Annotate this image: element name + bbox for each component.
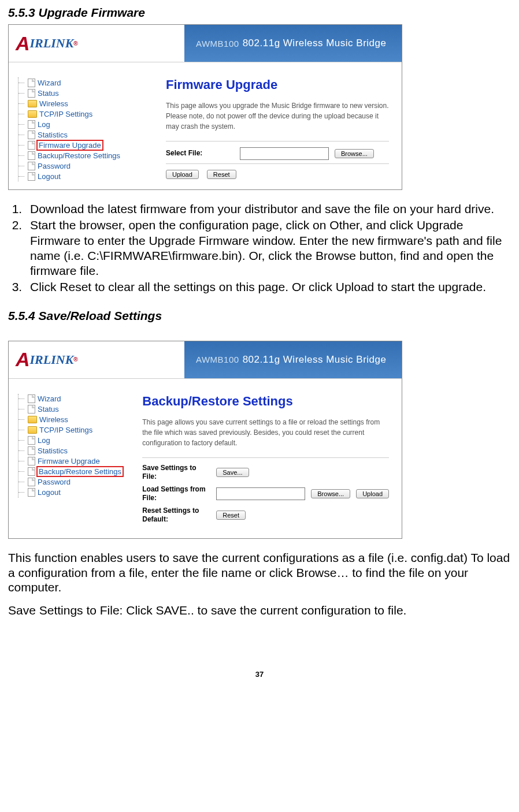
nav-item-label: Firmware Upgrade xyxy=(36,140,103,151)
banner-model: AWMB100 xyxy=(196,39,239,49)
nav-item-firmware-upgrade[interactable]: Firmware Upgrade xyxy=(18,140,153,150)
file-icon xyxy=(28,151,35,160)
file-icon xyxy=(28,172,35,181)
load-settings-label: Load Settings from File: xyxy=(142,485,210,503)
nav-item-wireless[interactable]: Wireless xyxy=(18,415,129,425)
nav-item-label: Logout xyxy=(38,488,61,497)
logo-text: IRLINK xyxy=(30,352,74,367)
screenshot-header: A IRLINK ® AWMB100 802.11g Wireless Musi… xyxy=(9,25,402,62)
screenshot-backup-restore: A IRLINK ® AWMB100 802.11g Wireless Musi… xyxy=(8,341,402,539)
nav-item-label: Wireless xyxy=(39,415,68,424)
browse-button[interactable]: Browse... xyxy=(311,489,350,498)
nav-item-label: Backup/Restore Settings xyxy=(38,151,120,160)
nav-item-label: TCP/IP Settings xyxy=(39,110,92,118)
file-icon xyxy=(28,141,35,150)
page-number: 37 xyxy=(8,670,511,679)
nav-item-firmware-upgrade[interactable]: Firmware Upgrade xyxy=(18,456,129,467)
nav-item-wizard[interactable]: Wizard xyxy=(18,394,129,404)
file-icon xyxy=(28,467,35,476)
file-icon xyxy=(28,478,35,486)
nav-item-label: TCP/IP Settings xyxy=(39,426,92,434)
file-icon xyxy=(28,120,35,129)
nav-item-label: Statistics xyxy=(38,131,68,139)
file-path-input[interactable] xyxy=(240,147,329,160)
logo-registered: ® xyxy=(73,40,77,47)
nav-item-tcp-ip-settings[interactable]: TCP/IP Settings xyxy=(18,425,129,435)
nav-item-backup-restore-settings[interactable]: Backup/Restore Settings xyxy=(18,150,153,161)
instructions-list: Download the latest firmware from your d… xyxy=(8,202,511,295)
divider xyxy=(166,163,389,164)
file-icon xyxy=(28,394,35,403)
paragraph: This function enables users to save the … xyxy=(8,550,511,595)
logo-area: A IRLINK ® xyxy=(9,25,184,62)
nav-item-wizard[interactable]: Wizard xyxy=(18,77,153,88)
page-description: This page allows you save current settin… xyxy=(142,417,389,448)
nav-tree: WizardStatusWirelessTCP/IP SettingsLogSt… xyxy=(9,379,133,539)
nav-item-label: Password xyxy=(38,478,71,486)
nav-item-label: Password xyxy=(38,162,71,170)
screenshot-header: A IRLINK ® AWMB100 802.11g Wireless Musi… xyxy=(9,341,402,379)
paragraph: Save Settings to File: Click SAVE.. to s… xyxy=(8,603,511,618)
airlink-logo: A IRLINK ® xyxy=(16,32,78,55)
nav-item-backup-restore-settings[interactable]: Backup/Restore Settings xyxy=(18,467,129,477)
nav-item-label: Status xyxy=(38,89,59,98)
logo-area: A IRLINK ® xyxy=(9,341,184,378)
content-panel: Firmware Upgrade This page allows you up… xyxy=(157,62,402,189)
save-button[interactable]: Save... xyxy=(216,468,249,477)
nav-item-statistics[interactable]: Statistics xyxy=(18,446,129,456)
logo-registered: ® xyxy=(73,356,77,363)
section-heading-553: 5.5.3 Upgrade Firmware xyxy=(8,6,511,20)
nav-tree: WizardStatusWirelessTCP/IP SettingsLogSt… xyxy=(9,62,157,189)
nav-item-label: Wireless xyxy=(39,99,68,108)
upload-button[interactable]: Upload xyxy=(356,489,389,498)
banner-model: AWMB100 xyxy=(196,355,239,364)
nav-item-status[interactable]: Status xyxy=(18,404,129,415)
nav-item-label: Wizard xyxy=(38,394,61,403)
nav-item-label: Logout xyxy=(38,172,61,181)
save-settings-label: Save Settings to File: xyxy=(142,464,210,482)
logo-letter-a: A xyxy=(16,32,30,55)
file-icon xyxy=(28,79,35,87)
file-icon xyxy=(28,446,35,455)
reset-button[interactable]: Reset xyxy=(207,170,236,179)
reset-settings-label: Reset Settings to Default: xyxy=(142,506,210,524)
folder-icon xyxy=(28,416,37,423)
file-icon xyxy=(28,405,35,414)
browse-button[interactable]: Browse... xyxy=(335,149,374,158)
nav-item-label: Log xyxy=(38,120,50,129)
banner: AWMB100 802.11g Wireless Music Bridge xyxy=(184,341,402,378)
nav-item-logout[interactable]: Logout xyxy=(18,487,129,498)
file-icon xyxy=(28,162,35,170)
banner: AWMB100 802.11g Wireless Music Bridge xyxy=(184,25,402,62)
nav-item-label: Status xyxy=(38,405,59,414)
nav-item-label: Wizard xyxy=(38,79,61,87)
select-file-label: Select File: xyxy=(166,149,234,158)
folder-icon xyxy=(28,110,37,118)
nav-item-tcp-ip-settings[interactable]: TCP/IP Settings xyxy=(18,109,153,119)
nav-item-log[interactable]: Log xyxy=(18,435,129,446)
nav-item-label: Backup/Restore Settings xyxy=(36,466,124,477)
file-icon xyxy=(28,457,35,465)
nav-item-statistics[interactable]: Statistics xyxy=(18,129,153,140)
nav-item-status[interactable]: Status xyxy=(18,88,153,98)
page-title: Backup/Restore Settings xyxy=(142,394,389,409)
nav-item-log[interactable]: Log xyxy=(18,119,153,129)
file-icon xyxy=(28,131,35,139)
screenshot-firmware-upgrade: A IRLINK ® AWMB100 802.11g Wireless Musi… xyxy=(8,24,402,190)
divider xyxy=(142,457,389,458)
airlink-logo: A IRLINK ® xyxy=(16,348,78,371)
folder-icon xyxy=(28,426,37,434)
content-panel: Backup/Restore Settings This page allows… xyxy=(133,379,402,539)
upload-button[interactable]: Upload xyxy=(166,170,199,179)
reset-button[interactable]: Reset xyxy=(216,511,246,520)
nav-item-password[interactable]: Password xyxy=(18,161,153,171)
folder-icon xyxy=(28,100,37,107)
nav-item-password[interactable]: Password xyxy=(18,477,129,487)
nav-item-label: Statistics xyxy=(38,446,68,455)
nav-item-logout[interactable]: Logout xyxy=(18,171,153,181)
section-heading-554: 5.5.4 Save/Reload Settings xyxy=(8,309,511,323)
load-file-input[interactable] xyxy=(216,487,305,500)
divider xyxy=(166,141,389,141)
instruction-item: Click Reset to clear all the settings on… xyxy=(25,280,511,295)
nav-item-wireless[interactable]: Wireless xyxy=(18,98,153,109)
